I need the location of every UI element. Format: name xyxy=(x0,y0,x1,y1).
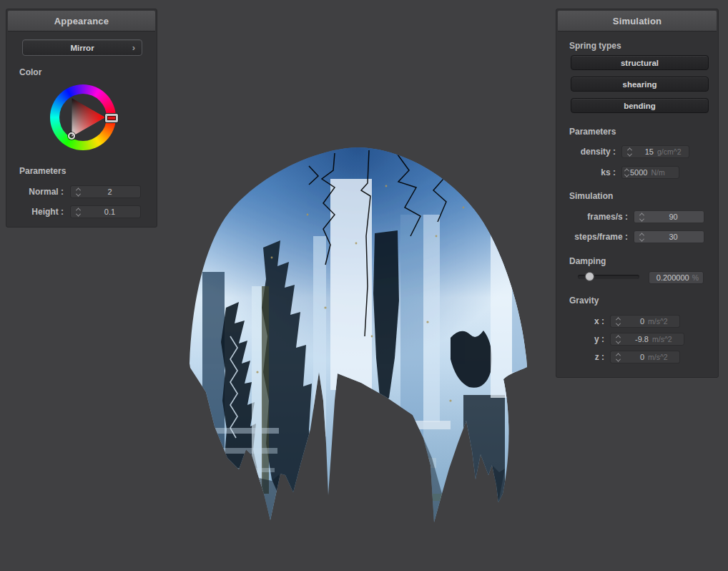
normal-value[interactable]: 2 xyxy=(84,187,136,196)
density-label: density : xyxy=(556,147,616,157)
gravity-x-spinbox[interactable]: 0 m/s^2 xyxy=(610,315,680,328)
spinner-arrows-icon[interactable] xyxy=(74,187,82,197)
gravity-z-unit: m/s^2 xyxy=(648,353,675,361)
frames-label: frames/s : xyxy=(556,212,628,222)
steps-label: steps/frame : xyxy=(556,232,628,242)
chevron-right-icon: › xyxy=(132,42,135,52)
gravity-y-label: y : xyxy=(556,334,604,344)
gravity-z-row: z : 0 m/s^2 xyxy=(556,351,718,363)
bending-button[interactable]: bending xyxy=(571,98,709,113)
ks-unit: N/m xyxy=(651,168,678,177)
damping-unit: % xyxy=(692,273,699,282)
steps-value[interactable]: 30 xyxy=(647,233,699,241)
simulation-panel: Simulation Spring types structural shear… xyxy=(556,9,719,378)
gravity-label: Gravity xyxy=(569,296,599,306)
density-unit: g/cm^2 xyxy=(657,147,684,156)
height-label: Height : xyxy=(6,207,64,217)
simulation-panel-title: Simulation xyxy=(613,16,661,26)
steps-row: steps/frame : 30 xyxy=(556,230,718,243)
appearance-panel: Appearance Mirror › Color xyxy=(6,9,157,228)
density-value[interactable]: 15 xyxy=(635,147,654,156)
shader-select-label: Mirror xyxy=(70,44,94,52)
gravity-x-row: x : 0 m/s^2 xyxy=(556,315,718,328)
gravity-x-unit: m/s^2 xyxy=(648,317,675,326)
height-row: Height : 0.1 xyxy=(6,205,157,218)
normal-label: Normal : xyxy=(6,187,64,197)
hue-marker[interactable] xyxy=(105,114,118,122)
frames-spinbox[interactable]: 90 xyxy=(634,210,704,223)
spinner-arrows-icon[interactable] xyxy=(637,233,646,242)
spinner-arrows-icon[interactable] xyxy=(625,147,634,157)
frames-row: frames/s : 90 xyxy=(556,210,718,223)
gravity-z-value[interactable]: 0 xyxy=(624,353,644,361)
spring-types-label: Spring types xyxy=(569,41,621,51)
gravity-y-unit: m/s^2 xyxy=(652,335,679,343)
ks-row: ks : 5000 N/m xyxy=(556,166,718,179)
structural-button-label: structural xyxy=(621,59,659,67)
ks-spinbox[interactable]: 5000 N/m xyxy=(621,166,679,179)
ks-value[interactable]: 5000 xyxy=(630,168,647,177)
shearing-button-label: shearing xyxy=(623,80,657,89)
height-spinbox[interactable]: 0.1 xyxy=(70,205,141,218)
spinner-arrows-icon[interactable] xyxy=(625,168,629,177)
damping-label: Damping xyxy=(569,256,606,266)
saturation-value-marker[interactable] xyxy=(68,132,75,140)
gravity-x-label: x : xyxy=(556,316,604,326)
damping-slider[interactable] xyxy=(578,275,639,279)
color-section-label: Color xyxy=(19,67,41,77)
spinner-arrows-icon[interactable] xyxy=(74,208,82,217)
height-value[interactable]: 0.1 xyxy=(84,208,136,216)
appearance-panel-header[interactable]: Appearance xyxy=(8,11,155,31)
damping-slider-handle[interactable] xyxy=(585,272,594,281)
bending-button-label: bending xyxy=(624,102,656,110)
spinner-arrows-icon[interactable] xyxy=(614,317,622,326)
damping-value: 0.200000 xyxy=(656,273,689,282)
normal-row: Normal : 2 xyxy=(6,185,157,198)
color-wheel[interactable] xyxy=(50,84,116,150)
normal-spinbox[interactable]: 2 xyxy=(70,185,141,198)
spinner-arrows-icon[interactable] xyxy=(637,213,646,222)
steps-spinbox[interactable]: 30 xyxy=(634,230,704,243)
simulation-panel-header[interactable]: Simulation xyxy=(558,11,717,31)
frames-value[interactable]: 90 xyxy=(647,213,699,221)
density-row: density : 15 g/cm^2 xyxy=(556,145,718,158)
gravity-x-value[interactable]: 0 xyxy=(624,317,644,326)
spinner-arrows-icon[interactable] xyxy=(614,353,622,362)
shader-select-button[interactable]: Mirror › xyxy=(22,39,142,56)
appearance-panel-title: Appearance xyxy=(54,16,109,26)
spinner-arrows-icon[interactable] xyxy=(614,335,622,344)
gravity-z-label: z : xyxy=(556,352,604,362)
sim-settings-label: Simulation xyxy=(569,191,613,201)
gravity-y-value[interactable]: -9.8 xyxy=(624,335,649,343)
gravity-y-row: y : -9.8 m/s^2 xyxy=(556,333,718,346)
structural-button[interactable]: structural xyxy=(571,55,709,70)
damping-value-box: 0.200000 % xyxy=(649,271,704,284)
gravity-z-spinbox[interactable]: 0 m/s^2 xyxy=(610,351,680,363)
sim-parameters-label: Parameters xyxy=(569,127,616,137)
appearance-parameters-label: Parameters xyxy=(19,166,66,176)
ks-label: ks : xyxy=(556,167,616,177)
viewport[interactable]: Appearance Mirror › Color xyxy=(0,0,728,571)
shearing-button[interactable]: shearing xyxy=(571,77,709,92)
gravity-y-spinbox[interactable]: -9.8 m/s^2 xyxy=(610,333,684,346)
density-spinbox[interactable]: 15 g/cm^2 xyxy=(621,145,689,158)
